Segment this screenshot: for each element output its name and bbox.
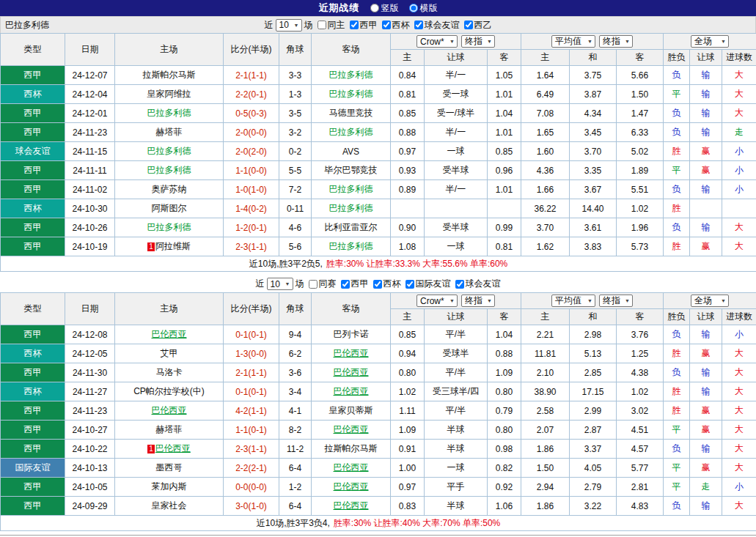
layout-option-vertical[interactable]: 竖版 — [370, 2, 399, 15]
score-cell: 1-1(0-1) — [224, 421, 279, 440]
period-select[interactable]: 全场▼ — [691, 35, 729, 48]
away-team-name[interactable]: 巴拉多利德 — [329, 184, 373, 194]
home-team-name[interactable]: 墨西哥 — [156, 462, 183, 473]
handicap-line-cell: 平/半 — [425, 401, 488, 421]
match-count-select[interactable]: 10▼ — [267, 278, 293, 290]
league-filter-checkbox[interactable]: 球会友谊 — [414, 19, 460, 32]
vertical-layout-radio[interactable] — [370, 4, 379, 12]
away-team-name[interactable]: 巴列卡诺 — [334, 329, 369, 339]
league-filter-checkbox[interactable]: 西杯 — [373, 278, 401, 290]
away-team-name[interactable]: 巴伦西亚 — [334, 367, 369, 377]
home-odds-cell — [391, 199, 425, 218]
bookmaker-select[interactable]: Crow*▼ — [416, 295, 458, 307]
corner-cell: 11-2 — [279, 440, 312, 459]
avg-final-select[interactable]: 终指▼ — [599, 295, 633, 307]
home-team-name[interactable]: 巴拉多利德 — [147, 222, 191, 232]
vertical-layout-label: 竖版 — [381, 2, 399, 15]
league-filter-checkbox-input[interactable] — [455, 280, 464, 289]
home-team-name[interactable]: 艾甲 — [161, 348, 178, 358]
league-filter-checkbox[interactable]: 西乙 — [464, 19, 492, 32]
league-filter-checkbox[interactable]: 西甲 — [341, 278, 369, 290]
away-team-name[interactable]: 毕尔巴鄂竞技 — [325, 165, 378, 175]
away-team-name[interactable]: 马德里竞技 — [329, 108, 373, 118]
away-team-name[interactable]: 巴拉多利德 — [329, 241, 373, 251]
away-team-name[interactable]: 巴拉多利德 — [329, 203, 373, 213]
layout-option-horizontal[interactable]: 横版 — [409, 2, 438, 15]
home-team-name[interactable]: 巴伦西亚 — [152, 405, 187, 415]
date-cell: 24-11-15 — [65, 142, 115, 161]
league-type-cell: 西甲 — [1, 363, 65, 382]
away-team-name[interactable]: 巴伦西亚 — [334, 386, 369, 396]
league-filter-checkbox[interactable]: 球会友谊 — [455, 278, 501, 290]
league-filter-checkbox-input[interactable] — [405, 280, 414, 289]
column-header: 比分(半场) — [224, 34, 279, 66]
away-team-name[interactable]: 巴伦西亚 — [334, 481, 369, 492]
league-type-cell: 西甲 — [1, 180, 65, 199]
home-team-name[interactable]: CP帕尔拉学校(中) — [133, 386, 205, 396]
league-filter-checkbox-input[interactable] — [414, 21, 423, 29]
home-team-name[interactable]: 巴拉多利德 — [147, 146, 191, 156]
same-condition-checkbox-input[interactable] — [318, 21, 326, 29]
away-team-name[interactable]: 巴伦西亚 — [334, 500, 369, 511]
away-team-name[interactable]: 巴拉多利德 — [329, 127, 373, 137]
home-team-name[interactable]: 奥萨苏纳 — [152, 184, 187, 194]
period-select[interactable]: 全场▼ — [691, 295, 729, 307]
odds-final-select[interactable]: 终指▼ — [461, 295, 495, 307]
avg-final-select[interactable]: 终指▼ — [599, 35, 633, 48]
league-filter-checkbox-input[interactable] — [464, 21, 473, 29]
home-team-name[interactable]: 皇家阿维拉 — [147, 89, 191, 99]
home-team-name[interactable]: 阿斯图尔 — [152, 203, 187, 213]
away-team-name[interactable]: 巴拉多利德 — [329, 70, 373, 80]
average-select[interactable]: 平均值▼ — [551, 295, 595, 307]
summary-prefix: 近10场,胜3平3负4, — [257, 518, 330, 528]
away-odds-cell: 0.88 — [488, 344, 521, 363]
league-filter-checkbox-input[interactable] — [341, 280, 350, 289]
same-condition-checkbox[interactable]: 同主 — [318, 19, 345, 32]
avg-home-cell: 1.60 — [521, 142, 570, 161]
home-team-name[interactable]: 巴伦西亚 — [152, 329, 187, 339]
home-team-name[interactable]: 马洛卡 — [156, 367, 183, 377]
away-team-name[interactable]: 巴拉多利德 — [329, 89, 373, 99]
away-team-name[interactable]: 巴伦西亚 — [334, 462, 369, 473]
home-team-name[interactable]: 巴伦西亚 — [155, 443, 191, 453]
home-odds-cell: 1.02 — [391, 382, 425, 401]
home-team-name[interactable]: 赫塔菲 — [156, 424, 183, 434]
away-team-name[interactable]: 拉斯帕尔马斯 — [325, 443, 378, 453]
home-team-name[interactable]: 皇家社会 — [152, 500, 187, 511]
league-filter-checkbox-input[interactable] — [350, 21, 359, 29]
away-team-name[interactable]: 皇家贝蒂斯 — [329, 405, 373, 415]
bookmaker-select[interactable]: Crow*▼ — [416, 35, 458, 48]
league-filter-checkbox[interactable]: 国际友谊 — [405, 278, 451, 290]
horizontal-layout-radio[interactable] — [409, 4, 418, 12]
avg-away-cell: 5.73 — [617, 237, 664, 256]
score-cell: 2-1(1-1) — [224, 363, 279, 382]
corner-cell: 0-2 — [279, 142, 312, 161]
home-team-name[interactable]: 拉斯帕尔马斯 — [143, 70, 196, 80]
match-count-select[interactable]: 10▼ — [276, 19, 302, 32]
away-team-name[interactable]: 巴伦西亚 — [334, 348, 369, 358]
league-filter-checkbox-input[interactable] — [373, 280, 382, 289]
away-team-name[interactable]: 比利亚雷亚尔 — [325, 222, 378, 232]
odds-final-select[interactable]: 终指▼ — [461, 35, 495, 48]
avg-draw-cell: 3.37 — [570, 440, 617, 459]
same-condition-checkbox[interactable]: 同赛 — [309, 278, 337, 290]
home-team-name[interactable]: 阿拉维斯 — [155, 241, 191, 251]
league-type-cell: 西甲 — [1, 218, 65, 237]
average-select[interactable]: 平均值▼ — [551, 35, 595, 48]
match-row: 西杯24-11-27CP帕尔拉学校(中)0-1(0-1)3-4巴伦西亚1.02受… — [1, 382, 756, 401]
away-team-name[interactable]: 巴伦西亚 — [334, 424, 369, 434]
home-team-name[interactable]: 莱加内斯 — [152, 481, 187, 492]
match-row: 西甲24-11-30马洛卡2-1(1-1)3-6巴伦西亚0.80平/半1.092… — [1, 363, 756, 382]
home-team-name[interactable]: 赫塔菲 — [156, 127, 183, 137]
league-filter-checkbox-input[interactable] — [382, 21, 391, 29]
handicap-line-cell: 半球 — [425, 497, 488, 516]
date-cell: 24-12-08 — [65, 325, 115, 344]
home-team-name[interactable]: 巴拉多利德 — [147, 165, 191, 175]
summary-stats: 胜率:30% 让胜率:33.3% 大率:55.6% 单率:60% — [326, 259, 507, 269]
league-filter-checkbox[interactable]: 西甲 — [350, 19, 378, 32]
same-condition-checkbox-input[interactable] — [309, 280, 318, 289]
away-team-name[interactable]: AVS — [342, 147, 359, 157]
home-team-name[interactable]: 巴拉多利德 — [147, 108, 191, 118]
column-header: 类型 — [1, 293, 65, 325]
league-filter-checkbox[interactable]: 西杯 — [382, 19, 410, 32]
